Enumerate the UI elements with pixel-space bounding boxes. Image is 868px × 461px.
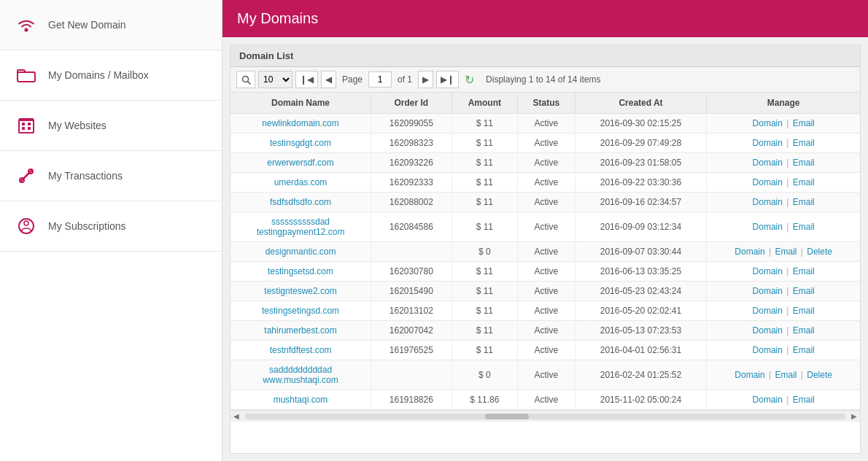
manage-delete-link[interactable]: Delete bbox=[807, 370, 832, 380]
sidebar-item-my-subscriptions[interactable]: My Subscriptions bbox=[0, 201, 222, 252]
domain-link[interactable]: erwerwersdf.com bbox=[267, 158, 333, 168]
cell-status: Active bbox=[518, 282, 576, 301]
table-row: newlinkdomain.com162099055$ 11Active2016… bbox=[230, 114, 860, 133]
manage-domain-link[interactable]: Domain bbox=[753, 306, 783, 316]
refresh-button[interactable]: ↻ bbox=[462, 73, 477, 87]
manage-email-link[interactable]: Email bbox=[793, 138, 815, 148]
cell-status: Active bbox=[518, 341, 576, 360]
domain-link[interactable]: sadddddddddad bbox=[269, 365, 332, 375]
manage-email-link[interactable]: Email bbox=[793, 395, 815, 405]
manage-email-link[interactable]: Email bbox=[775, 247, 797, 257]
manage-email-link[interactable]: Email bbox=[793, 286, 815, 296]
domain-link[interactable]: testignteswe2.com bbox=[264, 286, 336, 296]
manage-email-link[interactable]: Email bbox=[793, 325, 815, 336]
manage-domain-link[interactable]: Domain bbox=[753, 266, 783, 276]
manage-domain-link[interactable]: Domain bbox=[753, 395, 783, 405]
manage-domain-link[interactable]: Domain bbox=[753, 138, 783, 148]
col-amount: Amount bbox=[452, 93, 517, 114]
cell-manage: Domain | Email | Delete bbox=[707, 242, 860, 262]
page-title: My Domains bbox=[237, 10, 318, 26]
manage-email-link[interactable]: Email bbox=[793, 266, 815, 276]
cell-status: Active bbox=[518, 321, 576, 341]
manage-domain-link[interactable]: Domain bbox=[753, 286, 783, 296]
manage-domain-link[interactable]: Domain bbox=[753, 222, 783, 232]
manage-domain-link[interactable]: Domain bbox=[735, 247, 764, 257]
cell-manage: Domain | Email bbox=[707, 193, 860, 212]
per-page-select[interactable]: 10 25 50 100 bbox=[258, 71, 292, 88]
page-input[interactable] bbox=[368, 71, 392, 88]
last-page-button[interactable]: ▶❙ bbox=[436, 71, 459, 88]
domain-link[interactable]: umerdas.com bbox=[274, 177, 328, 187]
manage-separator: | bbox=[767, 247, 774, 257]
manage-separator: | bbox=[798, 370, 805, 380]
manage-separator: | bbox=[784, 222, 791, 232]
manage-email-link[interactable]: Email bbox=[793, 158, 815, 168]
cell-amount: $ 11 bbox=[452, 193, 517, 212]
horizontal-scrollbar[interactable]: ◀ ▶ bbox=[230, 410, 860, 422]
sidebar-label-my-domains-mailbox: My Domains / Mailbox bbox=[48, 69, 149, 81]
cell-created-at: 2015-11-02 05:00:24 bbox=[575, 390, 707, 410]
cell-order-id: 162092333 bbox=[371, 173, 452, 193]
sidebar-label-my-websites: My Websites bbox=[48, 120, 106, 131]
cell-created-at: 2016-09-22 03:30:36 bbox=[575, 173, 707, 193]
sidebar-item-my-domains-mailbox[interactable]: My Domains / Mailbox bbox=[0, 50, 222, 101]
domain-link[interactable]: testnfdftest.com bbox=[270, 345, 332, 355]
manage-domain-link[interactable]: Domain bbox=[753, 325, 783, 336]
domain-link[interactable]: designmantic.com bbox=[266, 247, 336, 257]
cell-status: Active bbox=[518, 153, 576, 173]
domain-link[interactable]: testingsetsd.com bbox=[268, 266, 333, 276]
table-row: umerdas.com162092333$ 11Active2016-09-22… bbox=[230, 173, 860, 193]
manage-email-link[interactable]: Email bbox=[793, 177, 815, 187]
cell-manage: Domain | Email bbox=[707, 262, 860, 282]
domain-link-2[interactable]: testingpayment12.com bbox=[257, 227, 345, 237]
domain-link[interactable]: tahirumerbest.com bbox=[264, 325, 336, 336]
domain-link[interactable]: ssssssssssdad bbox=[271, 217, 330, 227]
manage-domain-link[interactable]: Domain bbox=[753, 197, 783, 207]
domain-link-2[interactable]: www.mushtaqi.com bbox=[263, 375, 338, 385]
svg-line-8 bbox=[20, 170, 32, 182]
scroll-right-button[interactable]: ▶ bbox=[848, 411, 860, 422]
table-row: erwerwersdf.com162093226$ 11Active2016-0… bbox=[230, 153, 860, 173]
next-page-button[interactable]: ▶ bbox=[418, 71, 433, 88]
manage-delete-link[interactable]: Delete bbox=[807, 247, 832, 257]
displaying-text: Displaying 1 to 14 of 14 items bbox=[486, 74, 600, 85]
cell-amount: $ 11 bbox=[452, 153, 517, 173]
first-page-button[interactable]: ❙◀ bbox=[295, 71, 318, 88]
manage-domain-link[interactable]: Domain bbox=[753, 118, 783, 128]
table-row: sadddddddddadwww.mushtaqi.com$ 0Active20… bbox=[230, 360, 860, 390]
manage-domain-link[interactable]: Domain bbox=[753, 345, 783, 355]
cell-amount: $ 11 bbox=[452, 321, 517, 341]
domain-link[interactable]: testingsetingsd.com bbox=[262, 306, 339, 316]
scrollbar-thumb[interactable] bbox=[485, 414, 529, 419]
manage-email-link[interactable]: Email bbox=[793, 306, 815, 316]
domain-link[interactable]: fsdfsdfsdfo.com bbox=[270, 197, 331, 207]
manage-email-link[interactable]: Email bbox=[793, 118, 815, 128]
manage-separator: | bbox=[784, 395, 791, 405]
domain-link[interactable]: mushtaqi.com bbox=[274, 395, 328, 405]
cell-amount: $ 11 bbox=[452, 114, 517, 133]
manage-domain-link[interactable]: Domain bbox=[735, 370, 764, 380]
manage-separator: | bbox=[784, 197, 791, 207]
prev-page-button[interactable]: ◀ bbox=[321, 71, 336, 88]
sidebar-label-get-new-domain: Get New Domain bbox=[48, 19, 126, 31]
manage-email-link[interactable]: Email bbox=[793, 197, 815, 207]
scroll-left-button[interactable]: ◀ bbox=[230, 411, 242, 422]
cell-amount: $ 11 bbox=[452, 212, 517, 242]
sidebar-item-my-transactions[interactable]: My Transactions bbox=[0, 151, 222, 201]
domain-link[interactable]: testinsgdgt.com bbox=[270, 138, 331, 148]
domain-link[interactable]: newlinkdomain.com bbox=[262, 118, 338, 128]
manage-email-link[interactable]: Email bbox=[793, 222, 815, 232]
domain-list-section: Domain List 10 25 50 100 ❙◀ ◀ Page of 1 … bbox=[230, 44, 861, 454]
manage-domain-link[interactable]: Domain bbox=[753, 177, 783, 187]
search-button[interactable] bbox=[236, 71, 255, 88]
page-header: My Domains bbox=[222, 0, 868, 37]
table-row: tahirumerbest.com162007042$ 11Active2016… bbox=[230, 321, 860, 341]
manage-domain-link[interactable]: Domain bbox=[753, 158, 783, 168]
cell-domain-name: tahirumerbest.com bbox=[230, 321, 371, 341]
cell-order-id: 161976525 bbox=[371, 341, 452, 360]
sidebar-item-my-websites[interactable]: My Websites bbox=[0, 101, 222, 151]
manage-email-link[interactable]: Email bbox=[775, 370, 797, 380]
cell-status: Active bbox=[518, 262, 576, 282]
manage-email-link[interactable]: Email bbox=[793, 345, 815, 355]
sidebar-item-get-new-domain[interactable]: Get New Domain bbox=[0, 0, 222, 50]
